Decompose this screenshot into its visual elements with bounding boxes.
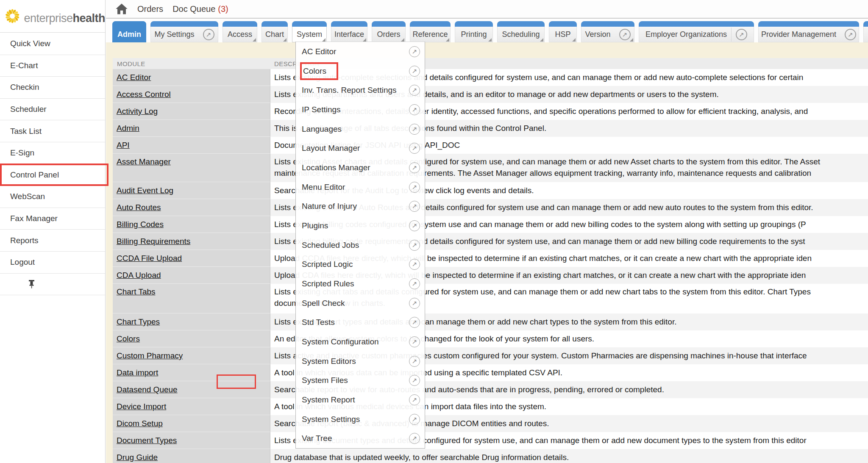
sidebar-item-task-list[interactable]: Task List [0, 120, 105, 142]
sidebar-item-reports[interactable]: Reports [0, 230, 105, 252]
sidebar-item-logout[interactable]: Logout [0, 252, 105, 274]
sidebar-item-fax-manager[interactable]: Fax Manager [0, 208, 105, 230]
control-panel-content: MODULE DESCRIPTION AC EditorLists existi… [106, 42, 868, 463]
menu-item-var-tree[interactable]: Var Tree↗ [296, 429, 425, 448]
menu-item-system-configuration[interactable]: System Configuration↗ [296, 332, 425, 352]
external-link-icon[interactable]: ↗ [203, 29, 214, 40]
tab-interface[interactable]: Interface [331, 21, 367, 42]
menu-item-plugins[interactable]: Plugins↗ [296, 216, 425, 236]
external-link-icon[interactable]: ↗ [409, 240, 420, 251]
external-link-icon[interactable]: ↗ [409, 317, 420, 328]
external-link-icon[interactable]: ↗ [409, 298, 420, 309]
module-link-data-import[interactable]: Data import [117, 368, 158, 377]
external-link-icon[interactable]: ↗ [409, 394, 420, 405]
breadcrumb-doc-queue[interactable]: Doc Queue [172, 4, 215, 14]
tab-printing[interactable]: Printing [455, 21, 493, 42]
menu-item-languages[interactable]: Languages↗ [296, 119, 425, 139]
external-link-icon[interactable]: ↗ [409, 336, 420, 347]
module-link-ac-editor[interactable]: AC Editor [117, 73, 151, 82]
external-link-icon[interactable]: ↗ [845, 29, 856, 40]
external-link-icon[interactable]: ↗ [409, 201, 420, 212]
module-link-datasend-queue[interactable]: Datasend Queue [117, 385, 178, 394]
tab-system[interactable]: System [292, 21, 327, 42]
tab-chart[interactable]: Chart [262, 21, 288, 42]
menu-item-scripted-logic[interactable]: Scripted Logic↗ [296, 255, 425, 274]
module-link-admin[interactable]: Admin [117, 124, 139, 133]
tab-version[interactable]: Version↗ [581, 21, 634, 42]
module-link-dicom-setup[interactable]: Dicom Setup [117, 419, 163, 428]
module-link-device-import[interactable]: Device Import [117, 402, 166, 411]
breadcrumb-orders[interactable]: Orders [137, 4, 163, 14]
tab-provider-management[interactable]: Provider Management↗ [758, 21, 859, 42]
menu-item-ac-editor[interactable]: AC Editor↗ [296, 42, 425, 61]
module-link-colors[interactable]: Colors [117, 334, 140, 343]
tab-access[interactable]: Access [223, 21, 257, 42]
module-link-activity-log[interactable]: Activity Log [117, 107, 158, 116]
external-link-icon[interactable]: ↗ [409, 414, 420, 425]
module-link-audit-event-log[interactable]: Audit Event Log [117, 186, 173, 195]
module-link-document-types[interactable]: Document Types [117, 436, 177, 445]
menu-item-colors[interactable]: Colors↗ [296, 61, 425, 81]
menu-item-scheduled-jobs[interactable]: Scheduled Jobs↗ [296, 236, 425, 255]
module-link-billing-requirements[interactable]: Billing Requirements [117, 237, 190, 246]
menu-item-system-settings[interactable]: System Settings↗ [296, 410, 425, 429]
tab-clipped-edge[interactable] [863, 21, 868, 42]
external-link-icon[interactable]: ↗ [409, 66, 420, 77]
external-link-icon[interactable]: ↗ [409, 104, 420, 115]
sidebar-pin-button[interactable] [0, 274, 105, 296]
tab-my-settings[interactable]: My Settings↗ [150, 21, 218, 42]
external-link-icon[interactable]: ↗ [409, 433, 420, 444]
sidebar-item-e-sign[interactable]: E-Sign [0, 142, 105, 164]
external-link-icon[interactable]: ↗ [409, 143, 420, 154]
menu-item-scripted-rules[interactable]: Scripted Rules↗ [296, 274, 425, 294]
external-link-icon[interactable]: ↗ [409, 220, 420, 231]
external-link-icon[interactable]: ↗ [736, 29, 747, 40]
menu-item-layout-manager[interactable]: Layout Manager↗ [296, 139, 425, 158]
sidebar-item-control-panel[interactable]: Control Panel [0, 164, 105, 186]
menu-item-locations-manager[interactable]: Locations Manager↗ [296, 158, 425, 177]
menu-item-system-editors[interactable]: System Editors↗ [296, 352, 425, 371]
external-link-icon[interactable]: ↗ [409, 46, 420, 57]
module-link-billing-codes[interactable]: Billing Codes [117, 220, 164, 229]
brand-logo[interactable]: enterprisehealth [0, 0, 105, 33]
tab-scheduling[interactable]: Scheduling [497, 21, 545, 42]
menu-item-system-report[interactable]: System Report↗ [296, 390, 425, 410]
external-link-icon[interactable]: ↗ [619, 29, 631, 40]
tab-hsp[interactable]: HSP [549, 21, 577, 42]
external-link-icon[interactable]: ↗ [409, 356, 420, 367]
sidebar-item-webscan[interactable]: WebScan [0, 186, 105, 208]
sidebar-item-checkin[interactable]: Checkin [0, 77, 105, 99]
home-icon[interactable] [115, 3, 128, 15]
module-link-access-control[interactable]: Access Control [117, 90, 171, 99]
external-link-icon[interactable]: ↗ [409, 375, 420, 386]
external-link-icon[interactable]: ↗ [409, 162, 420, 173]
menu-item-ip-settings[interactable]: IP Settings↗ [296, 100, 425, 119]
external-link-icon[interactable]: ↗ [409, 182, 420, 193]
module-link-auto-routes[interactable]: Auto Routes [117, 203, 161, 212]
module-link-chart-tabs[interactable]: Chart Tabs [117, 287, 156, 296]
sidebar-item-scheduler[interactable]: Scheduler [0, 99, 105, 121]
tab-reference[interactable]: Reference [410, 21, 451, 42]
external-link-icon[interactable]: ↗ [409, 259, 420, 270]
sidebar-item-quick-view[interactable]: Quick View [0, 33, 105, 55]
menu-item-menu-editor[interactable]: Menu Editor↗ [296, 177, 425, 197]
tab-admin[interactable]: Admin [112, 21, 146, 42]
external-link-icon[interactable]: ↗ [409, 124, 420, 135]
module-link-chart-types[interactable]: Chart Types [117, 317, 160, 326]
module-link-asset-manager[interactable]: Asset Manager [117, 157, 171, 166]
menu-item-spell-check[interactable]: Spell Check↗ [296, 294, 425, 313]
tab-orders[interactable]: Orders [372, 21, 406, 42]
external-link-icon[interactable]: ↗ [409, 278, 420, 289]
module-link-custom-pharmacy[interactable]: Custom Pharmacy [117, 351, 183, 360]
module-link-ccda-file-upload[interactable]: CCDA File Upload [117, 254, 182, 263]
tab-employer-organizations[interactable]: Employer Organizations↗ [639, 21, 754, 42]
menu-item-std-tests[interactable]: Std Tests↗ [296, 313, 425, 332]
menu-item-system-files[interactable]: System Files↗ [296, 371, 425, 390]
module-link-cda-upload[interactable]: CDA Upload [117, 271, 161, 280]
menu-item-inv-trans-report-settings[interactable]: Inv. Trans. Report Settings↗ [296, 80, 425, 100]
external-link-icon[interactable]: ↗ [409, 85, 420, 96]
sidebar-item-e-chart[interactable]: E-Chart [0, 55, 105, 77]
module-link-api[interactable]: API [117, 141, 130, 150]
menu-item-nature-of-injury[interactable]: Nature of Injury↗ [296, 197, 425, 216]
module-link-drug-guide[interactable]: Drug Guide [117, 453, 158, 462]
